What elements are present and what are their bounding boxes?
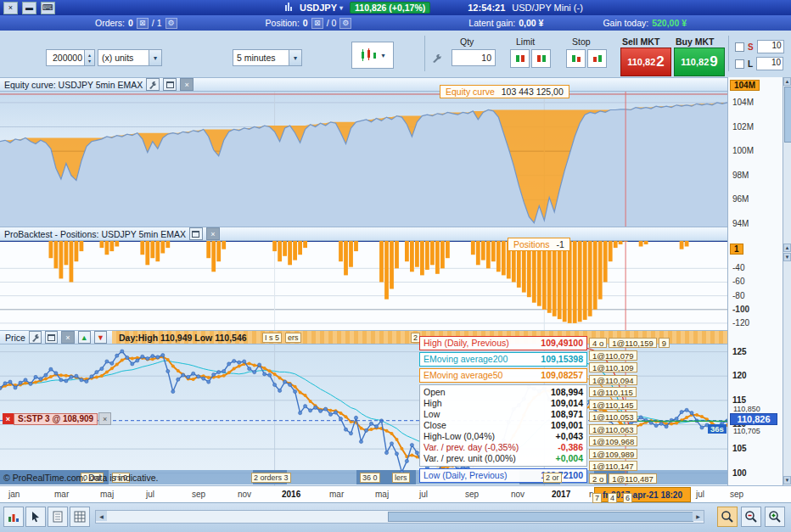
stop-attach-input[interactable]: 10	[757, 40, 784, 53]
units-dropdown[interactable]: (x) units ▾	[98, 49, 162, 66]
close-window-icon[interactable]: ×	[3, 2, 18, 14]
panel-scroll-down-icon[interactable]: ▼	[783, 253, 791, 261]
wrench-icon[interactable]	[431, 53, 442, 65]
position-settings-gear-icon[interactable]: ⚙	[339, 18, 351, 29]
close-icon[interactable]: ×	[180, 78, 194, 91]
window-icon[interactable]	[45, 331, 58, 344]
sell-shortcut-icon[interactable]: ▼	[94, 331, 107, 344]
close-icon[interactable]: ×	[61, 331, 74, 344]
stop-order-tag[interactable]: × S:STP 3 @ 108,909 ×	[3, 412, 111, 425]
order-tag-partial[interactable]: ers	[285, 333, 301, 343]
order-tag[interactable]: 1@110,147	[589, 461, 637, 471]
limit-attach-input[interactable]: 10	[756, 57, 783, 70]
wrench-icon-svg	[149, 81, 157, 89]
zoom-in-button[interactable]	[765, 507, 785, 527]
trading-toolbar: 200000 ▴▾ (x) units ▾ 5 minutes ▾ ▾ Qty …	[0, 31, 791, 78]
buy-stop-button[interactable]	[587, 49, 607, 68]
timeframe-dropdown[interactable]: 5 minutes ▾	[233, 49, 302, 66]
scroll-right-icon[interactable]: ▶	[693, 511, 704, 521]
symbol-selector[interactable]: USDJPY▾	[300, 3, 343, 13]
keyboard-icon[interactable]: ⌨	[41, 2, 55, 14]
order-tag[interactable]: 1@110,109	[589, 362, 637, 372]
order-tag[interactable]: 1@110,079	[589, 350, 637, 361]
positions-flag-label: Positions	[513, 239, 550, 249]
gain-today-value: 520,00 ¥	[652, 18, 687, 28]
quantity-value: 200000	[47, 53, 84, 63]
zoom-out-button[interactable]	[741, 507, 761, 527]
order-tag[interactable]: 1@110,159	[609, 338, 657, 348]
order-count-tag[interactable]: 2 orders 3	[251, 473, 291, 483]
vertical-scrollbar-thumb[interactable]	[784, 87, 791, 143]
order-count-tag[interactable]: 36 0	[360, 473, 380, 483]
price-high-mini-label: 110,850	[733, 405, 760, 413]
scroll-down-icon[interactable]: ▼	[783, 476, 791, 484]
order-tag-partial[interactable]: 9	[659, 338, 670, 348]
positions-chart-canvas[interactable]	[0, 241, 727, 330]
stepper-arrows-icon[interactable]: ▴▾	[84, 50, 94, 65]
order-tag-partial[interactable]: 6	[623, 493, 632, 503]
order-tag[interactable]: 1@109,989	[589, 449, 637, 459]
order-tag-partial[interactable]: 4 o	[589, 338, 607, 348]
vertical-scrollbar[interactable]: ▲ ▲ ▼ ▼	[783, 77, 791, 485]
sell-stop-button[interactable]	[566, 49, 586, 68]
sell-market-button[interactable]: 110,822	[620, 48, 671, 76]
orders-settings-gear-icon[interactable]: ⚙	[165, 18, 177, 29]
time-axis[interactable]: fr 2017-apr-21 18:20 janmarmajjulsepnov2…	[0, 485, 791, 503]
buy-shortcut-icon[interactable]: ▲	[78, 331, 91, 344]
buy-market-button[interactable]: 110,829	[674, 48, 725, 76]
axis-tick: 102M	[732, 122, 754, 132]
order-tag[interactable]: 1@110,063	[589, 424, 637, 434]
chart-tool-button[interactable]	[3, 507, 24, 527]
ema200-value: 109,15398	[541, 353, 583, 366]
wrench-icon[interactable]	[29, 331, 42, 344]
horizontal-scrollbar[interactable]: ◀ ▶	[95, 510, 704, 524]
positions-chart-area[interactable]	[0, 241, 727, 331]
ohlc-row: Var. / prev. unit (0,00%)+0,004	[424, 453, 583, 464]
position-value: 0	[303, 18, 308, 28]
axis-tick: 104M	[732, 98, 754, 107]
order-count-tag[interactable]: 2 or	[543, 473, 562, 483]
order-tag-partial[interactable]: 4	[608, 493, 617, 503]
minimize-window-icon[interactable]: ▬	[22, 2, 36, 14]
panel-scroll-up-icon[interactable]: ▲	[783, 244, 791, 252]
close-icon[interactable]: ×	[98, 412, 111, 425]
timeframe-value: 5 minutes	[233, 53, 289, 63]
order-tag-partial[interactable]: 7	[592, 493, 602, 503]
order-tag[interactable]: 1@110,115	[589, 387, 637, 397]
order-tag[interactable]: 1@110,053	[589, 412, 637, 422]
axis-tick: 120	[732, 371, 747, 380]
chart-style-button[interactable]: ▾	[351, 42, 394, 69]
scroll-left-icon[interactable]: ◀	[96, 511, 107, 521]
zoom-area-button[interactable]	[717, 507, 738, 527]
order-tag[interactable]: 1@110,145	[589, 400, 637, 410]
qty-input[interactable]: 10	[452, 49, 496, 66]
order-tag-partial[interactable]: 2 o	[589, 473, 607, 484]
window-icon[interactable]	[163, 78, 177, 91]
stop-attach-checkbox[interactable]	[735, 42, 744, 52]
wrench-icon[interactable]	[146, 78, 160, 91]
window-icon[interactable]	[189, 227, 203, 240]
buy-limit-button[interactable]	[531, 49, 551, 68]
order-tag[interactable]: 1@110,487	[609, 473, 657, 484]
equity-chart-area[interactable]	[0, 92, 727, 227]
cancel-orders-icon[interactable]: ⊠	[137, 18, 149, 29]
quantity-stepper[interactable]: 200000 ▴▾	[46, 49, 95, 66]
close-position-icon[interactable]: ⊠	[311, 18, 323, 29]
order-count-tag[interactable]: lers	[392, 473, 410, 483]
order-tag[interactable]: 1@110,094	[589, 375, 637, 385]
clock: 12:54:21	[468, 3, 505, 13]
close-icon[interactable]: ×	[206, 227, 220, 240]
grid-button[interactable]	[70, 507, 90, 527]
axis-tick: 105	[732, 444, 747, 453]
positions-panel-header[interactable]: ProBacktest - Positions: USDJPY 5min EMA…	[0, 227, 783, 241]
notes-button[interactable]	[48, 507, 68, 527]
pointer-tool-button[interactable]	[25, 507, 46, 527]
scroll-up-icon[interactable]: ▲	[783, 77, 791, 86]
order-tag[interactable]: 1@109,968	[589, 436, 637, 446]
sell-limit-button[interactable]	[510, 49, 530, 68]
order-tag-partial[interactable]: I s 5	[262, 333, 282, 343]
equity-chart-canvas[interactable]	[0, 92, 727, 227]
horizontal-scrollbar-thumb[interactable]	[388, 512, 693, 522]
equity-panel-header[interactable]: Equity curve: USDJPY 5min EMAX ×	[0, 77, 783, 92]
limit-attach-checkbox[interactable]	[735, 59, 744, 69]
